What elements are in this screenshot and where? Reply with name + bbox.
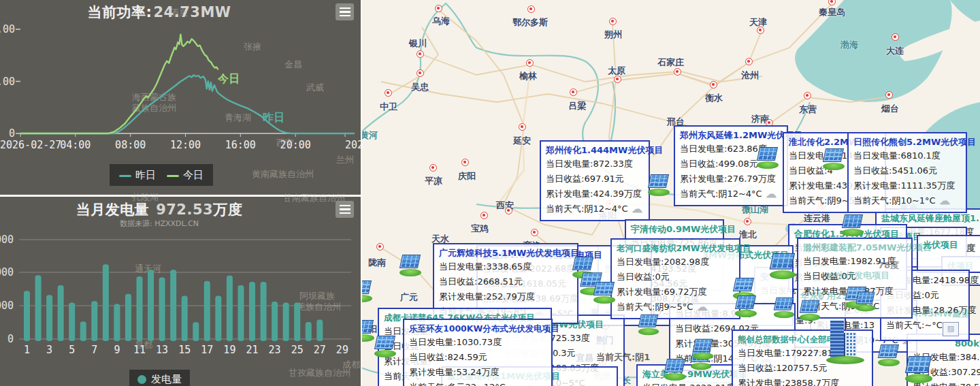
x-axis-tick: 7 [91,344,97,356]
y-axis-tick: 750000 [0,234,14,246]
solar-panel-face [855,292,875,304]
popup-title: 盐城东风延锋座舱屋顶1.28MW光伏项目 [881,212,980,225]
solar-panel-icon[interactable] [592,282,617,304]
bar-day-17 [204,281,210,341]
popup-title: 乐至环友1000KW分布式光伏发电项目 [409,322,546,335]
bar-day-5 [69,302,75,341]
monthly-energy-unit: 万度 [213,202,242,218]
popup-title: 宇清传动0.9MW光伏项目 [631,223,718,236]
bar-day-1 [24,291,30,341]
x-axis-tick: 2026-02-27 [0,139,61,151]
city-label-朔州: 朔州 [604,29,622,41]
energy-chart-legend[interactable]: 发电量 [129,370,190,386]
legend-item-昨日[interactable]: 昨日 [119,169,156,182]
power-chart-legend[interactable]: 昨日今日 [110,164,213,186]
solar-panel-icon[interactable] [373,336,397,357]
bar-day-26 [306,322,312,341]
solar-panel-base [842,229,864,236]
popup-data-line: 累计发电量:252.79万度 [439,289,572,304]
city-marker-平凉 [429,164,437,172]
hamburger-icon[interactable] [336,201,354,218]
city-marker-太原 [614,76,621,83]
solar-panel-icon[interactable] [734,295,758,317]
solar-panel-icon[interactable] [855,292,877,312]
x-axis-tick: 27 [314,344,326,356]
solar-panel-icon[interactable] [840,214,865,236]
city-marker-银川 [416,50,424,58]
popup-zhengzhou-chuanhua[interactable]: 郑州传化1.444MW光伏项目当日发电量:872.33度当日收益:697.91元… [540,140,650,221]
city-label-银川: 银川 [409,37,427,50]
solar-panel-face [733,278,754,291]
legend-item-今日[interactable]: 今日 [167,169,203,182]
popup-data-line: 累计发电量:424.39万度 [546,187,644,202]
bar-day-23 [272,302,278,341]
legend-item-发电量[interactable]: 发电量 [137,373,182,386]
bar-day-13 [159,277,165,341]
solar-panel-base [664,373,686,381]
solar-panel-icon[interactable] [904,356,934,383]
popup-data-line: 当前天气:阴10~1°C ☁ [853,193,961,208]
solar-panel-icon[interactable] [398,255,423,276]
solar-panel-icon[interactable] [821,148,846,170]
current-power-title: 当前功率:24.73MW [0,3,318,22]
x-axis-tick: 29 [336,344,348,356]
popup-data-line: 当前天气:阴12~4°C ☁ [546,202,644,216]
city-marker-吴忠 [416,69,424,77]
x-axis-tick: 23 [269,344,281,356]
solar-panel-face [905,356,932,373]
city-label-乌海: 乌海 [432,15,450,27]
cloud-weather-icon: ☁ [693,300,707,313]
solar-panel-icon[interactable] [798,300,821,321]
legend-label: 今日 [183,169,203,181]
series-今日 [20,35,218,133]
current-power-panel: 当前功率:24.73MW 020.0040.002026-02-2704:000… [0,0,361,197]
solar-panel-face [693,339,713,352]
solar-panel-icon[interactable] [755,147,780,169]
solar-panel-icon[interactable] [772,297,796,318]
popup-data-line: 累计发电量:276.79万度 [680,172,782,187]
y-axis-tick: 20.00 [0,76,15,88]
solar-panel-icon[interactable] [637,315,660,335]
bar-day-14 [170,270,176,341]
popup-data-line: 当前天气:多云22~12°C ☁ [409,380,546,386]
solar-panel-icon[interactable] [663,359,687,381]
solar-panel-face [399,255,421,268]
popup-data-line: 当前天气:阴12~4°C ☁ [680,187,782,202]
popup-lezhi-huanyou[interactable]: 乐至环友1000KW分布式光伏发电项目当日发电量:1030.73度当日收益:82… [403,319,553,386]
popup-data-line: 当日发电量:1030.73度 [409,335,546,350]
solar-panel-icon[interactable] [647,174,671,196]
solar-panel-icon[interactable] [768,253,797,279]
solar-panel-base [823,163,845,170]
city-label-连云港: 连云港 [804,212,830,225]
popup-data-line: 当前天气:~°C▨ [886,318,964,336]
city-label-秦皇岛: 秦皇岛 [819,6,845,18]
popup-data-line: 当日收益:697.91元 [546,172,644,187]
popup-data-line: 当日收益:5451.06元 [853,163,961,178]
solar-panel-face [648,174,669,188]
solar-panel-base [638,328,659,335]
ghost-popup-text: 当前天气:阴1 [596,351,650,364]
current-power-value: 24.73MW [153,4,231,20]
solar-panel-icon[interactable] [691,339,715,359]
y-axis-tick: 40.00 [0,23,15,35]
bar-day-15 [182,296,188,341]
city-marker-陇南 [376,243,384,251]
hamburger-icon[interactable] [336,3,354,20]
popup-laohekou-shenghai[interactable]: 老河口盛海纺织2MW光伏发电项目当日发电量:2082.98度当日收益:0元累计发… [610,238,740,319]
city-marker-烟台 [885,91,893,99]
x-axis-tick: 17 [201,344,213,356]
popup-rizhao-chuanhua[interactable]: 日照传化熊创5.2MW光伏项目当日发电量:6810.1度当日收益:5451.06… [847,132,967,213]
city-marker-东营 [804,92,811,99]
solar-panel-face [735,295,756,309]
x-axis-tick: 11 [133,344,146,356]
solar-panel-face [374,336,395,349]
city-label-广元: 广元 [400,291,418,304]
solar-panel-icon[interactable] [877,344,901,366]
solar-panel-face [757,147,778,161]
building-icon[interactable] [825,321,866,364]
solar-panel-face [774,297,794,310]
series-昨日 [20,75,354,133]
ghost-popup-text: 78度 [878,259,899,272]
popup-data-line: 当日发电量:2022.01度 [642,381,738,386]
legend-dot-icon [137,375,146,384]
